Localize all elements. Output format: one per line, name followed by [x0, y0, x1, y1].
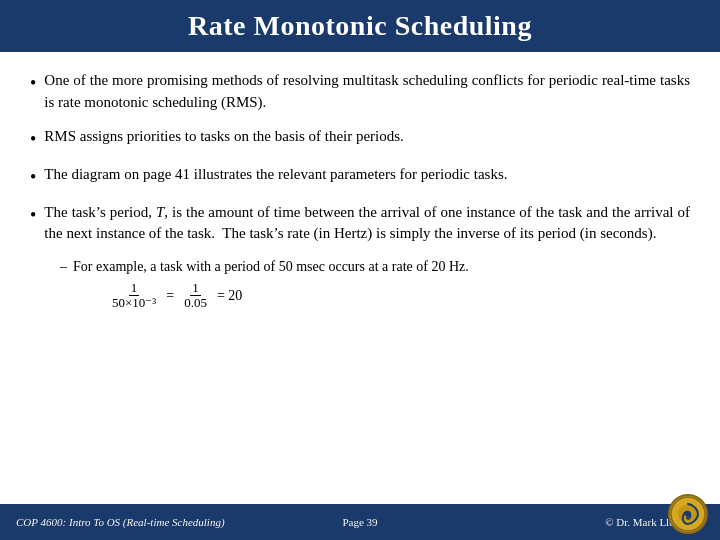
sub-bullet-text: For example, a task with a period of 50 … — [73, 257, 469, 277]
bullet-item-4: • The task’s period, T, is the amount of… — [30, 202, 690, 246]
bullet-dot-3: • — [30, 164, 36, 190]
svg-point-1 — [685, 511, 691, 517]
formula-block: 1 50×10⁻³ = 1 0.05 = 20 — [60, 281, 690, 311]
fraction-numerator-2: 1 — [190, 281, 201, 296]
bullet-item-3: • The diagram on page 41 illustrates the… — [30, 164, 690, 190]
fraction-denominator-2: 0.05 — [182, 296, 209, 310]
sub-dash: – — [60, 257, 67, 277]
bullet-text-1: One of the more promising methods of res… — [44, 70, 690, 114]
slide-title: Rate Monotonic Scheduling — [20, 10, 700, 42]
logo-circle — [668, 494, 708, 534]
fraction-numerator-1: 1 — [129, 281, 140, 296]
footer-course: COP 4600: Intro To OS (Real-time Schedul… — [16, 516, 225, 528]
bullet-dot-1: • — [30, 70, 36, 96]
fraction-2: 1 0.05 — [182, 281, 209, 311]
content-area: • One of the more promising methods of r… — [0, 52, 720, 504]
equals-sign: = — [166, 286, 174, 306]
sub-bullet-area: – For example, a task with a period of 5… — [30, 257, 690, 310]
sub-bullet-item-1: – For example, a task with a period of 5… — [60, 257, 690, 277]
slide: Rate Monotonic Scheduling • One of the m… — [0, 0, 720, 540]
result-value: = 20 — [217, 286, 242, 306]
bullet-item-1: • One of the more promising methods of r… — [30, 70, 690, 114]
footer-logo — [668, 494, 710, 536]
title-bar: Rate Monotonic Scheduling — [0, 0, 720, 52]
bullet-text-4: The task’s period, T, is the amount of t… — [44, 202, 690, 246]
formula-display: 1 50×10⁻³ = 1 0.05 = 20 — [110, 281, 690, 311]
fraction-1: 1 50×10⁻³ — [110, 281, 158, 311]
logo-svg — [670, 496, 706, 532]
bullet-item-2: • RMS assigns priorities to tasks on the… — [30, 126, 690, 152]
bullet-text-3: The diagram on page 41 illustrates the r… — [44, 164, 690, 186]
bullet-dot-4: • — [30, 202, 36, 228]
bullet-text-2: RMS assigns priorities to tasks on the b… — [44, 126, 690, 148]
slide-footer: COP 4600: Intro To OS (Real-time Schedul… — [0, 504, 720, 540]
bullet-dot-2: • — [30, 126, 36, 152]
footer-page: Page 39 — [342, 516, 377, 528]
fraction-denominator-1: 50×10⁻³ — [110, 296, 158, 310]
